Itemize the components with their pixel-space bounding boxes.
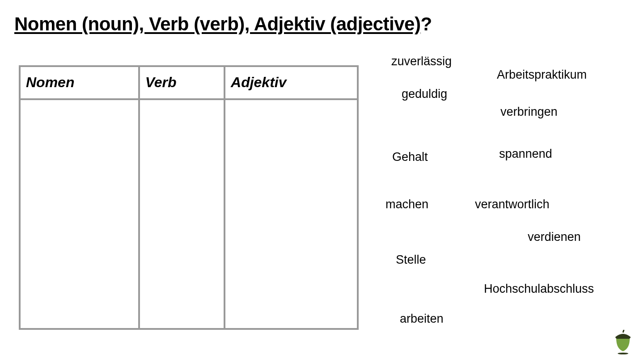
col-body-nomen	[20, 99, 139, 329]
word-item[interactable]: geduldig	[402, 87, 447, 101]
acorn-icon	[612, 330, 634, 355]
word-item[interactable]: verdienen	[528, 230, 581, 244]
word-item[interactable]: Arbeitspraktikum	[497, 68, 587, 82]
word-item[interactable]: verantwortlich	[475, 198, 550, 211]
col-header-nomen: Nomen	[20, 66, 139, 99]
col-header-adjektiv: Adjektiv	[225, 66, 358, 99]
word-item[interactable]: zuverlässig	[391, 55, 452, 68]
classification-table: Nomen Verb Adjektiv	[19, 65, 359, 330]
col-header-verb: Verb	[139, 66, 225, 99]
word-item[interactable]: verbringen	[500, 105, 558, 119]
word-item[interactable]: spannend	[499, 147, 552, 161]
word-item[interactable]: Hochschulabschluss	[484, 282, 594, 296]
title-qmark: ?	[420, 13, 432, 34]
col-body-adjektiv	[225, 99, 358, 329]
word-item[interactable]: machen	[386, 198, 428, 211]
word-item[interactable]: Stelle	[396, 253, 426, 267]
title-main: Nomen (noun), Verb (verb), Adjektiv (adj…	[14, 13, 420, 34]
word-item[interactable]: Gehalt	[392, 150, 428, 164]
col-body-verb	[139, 99, 225, 329]
word-item[interactable]: arbeiten	[400, 312, 444, 326]
page-title: Nomen (noun), Verb (verb), Adjektiv (adj…	[14, 13, 432, 35]
svg-point-0	[618, 353, 628, 354]
